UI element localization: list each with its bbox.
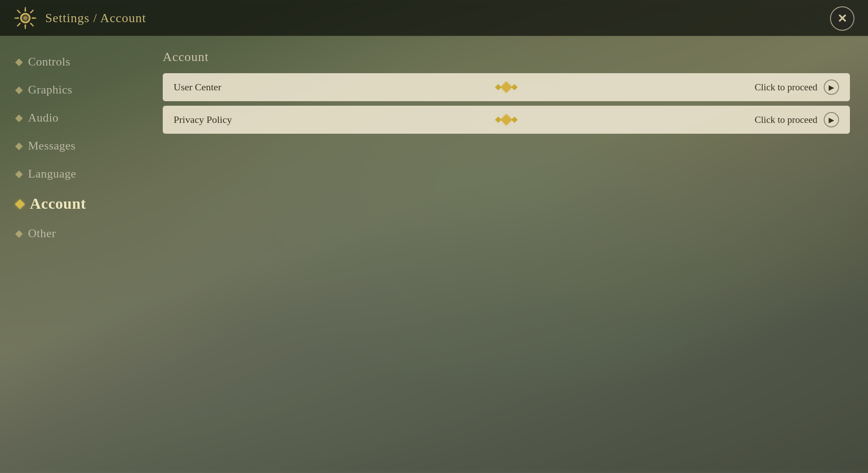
sidebar-item-account[interactable]: Account [9, 190, 136, 218]
sidebar-label-messages: Messages [28, 139, 75, 153]
arrow-right-icon: ▶ [824, 80, 839, 95]
breadcrumb: Settings / Account [45, 11, 146, 25]
diamond-icon [15, 115, 23, 122]
svg-line-6 [17, 10, 20, 13]
sidebar-label-other: Other [28, 227, 56, 240]
user-center-label: User Center [174, 81, 755, 93]
diamond-icon [15, 143, 23, 150]
sidebar: Controls Graphics Audio Messages Languag… [0, 36, 145, 473]
sidebar-label-controls: Controls [28, 55, 71, 69]
diamond-icon [15, 171, 23, 178]
privacy-policy-action: Click to proceed ▶ [755, 112, 839, 127]
sidebar-item-other[interactable]: Other [9, 221, 136, 246]
sidebar-item-language[interactable]: Language [9, 162, 136, 186]
sidebar-item-audio[interactable]: Audio [9, 106, 136, 130]
section-title: Account [163, 50, 850, 64]
privacy-policy-label: Privacy Policy [174, 114, 755, 126]
svg-line-8 [30, 10, 33, 13]
diamond-icon [15, 230, 23, 238]
sidebar-label-language: Language [28, 167, 76, 181]
diamond-icon-active [15, 199, 25, 210]
privacy-policy-action-text: Click to proceed [755, 114, 817, 126]
diamond-icon [15, 87, 23, 94]
small-diamond-right [511, 84, 518, 90]
content-area: Controls Graphics Audio Messages Languag… [0, 36, 868, 473]
svg-point-11 [24, 16, 27, 20]
sidebar-label-account: Account [30, 195, 86, 212]
row-center-decoration [496, 83, 517, 91]
svg-line-9 [17, 23, 20, 26]
large-diamond-center-2 [500, 114, 512, 125]
sidebar-label-graphics: Graphics [28, 83, 72, 97]
arrow-right-icon-2: ▶ [824, 112, 839, 127]
privacy-policy-row[interactable]: Privacy Policy Click to proceed ▶ [163, 106, 850, 134]
close-button[interactable]: ✕ [830, 6, 854, 31]
large-diamond-center [500, 81, 512, 93]
small-diamond-right-2 [511, 117, 518, 123]
svg-line-7 [30, 23, 33, 26]
user-center-action: Click to proceed ▶ [755, 80, 839, 95]
header-bar: Settings / Account ✕ [0, 0, 868, 36]
user-center-row[interactable]: User Center Click to proceed ▶ [163, 73, 850, 101]
settings-icon [14, 6, 37, 30]
main-panel: Account User Center Click to proceed ▶ P… [145, 36, 868, 473]
row-center-decoration-2 [496, 116, 517, 124]
sidebar-item-graphics[interactable]: Graphics [9, 78, 136, 102]
sidebar-label-audio: Audio [28, 111, 59, 125]
sidebar-item-controls[interactable]: Controls [9, 50, 136, 74]
sidebar-item-messages[interactable]: Messages [9, 134, 136, 158]
diamond-icon [15, 59, 23, 66]
user-center-action-text: Click to proceed [755, 82, 817, 93]
